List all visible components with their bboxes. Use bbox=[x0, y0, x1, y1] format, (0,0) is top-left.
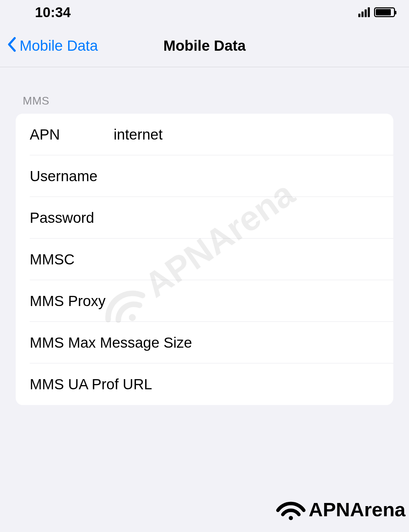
input-apn[interactable] bbox=[114, 126, 379, 143]
wifi-icon bbox=[275, 497, 307, 522]
row-apn[interactable]: APN bbox=[16, 114, 393, 155]
chevron-left-icon bbox=[7, 37, 17, 55]
input-username[interactable] bbox=[114, 168, 379, 185]
input-mms-ua-prof[interactable] bbox=[195, 376, 379, 393]
label-mms-proxy: MMS Proxy bbox=[30, 293, 195, 310]
back-label: Mobile Data bbox=[20, 37, 98, 54]
row-password[interactable]: Password bbox=[16, 197, 393, 239]
input-mms-max-size[interactable] bbox=[195, 334, 379, 351]
cellular-signal-icon bbox=[358, 7, 370, 17]
row-mms-max-size[interactable]: MMS Max Message Size bbox=[16, 322, 393, 363]
label-password: Password bbox=[30, 210, 114, 226]
battery-icon bbox=[374, 7, 395, 17]
row-mmsc[interactable]: MMSC bbox=[16, 239, 393, 280]
footer-logo: APNArena bbox=[275, 497, 406, 522]
settings-group-mms: APN Username Password MMSC MMS Proxy MMS… bbox=[16, 114, 393, 405]
section-header-mms: MMS bbox=[23, 94, 393, 107]
label-mms-max-size: MMS Max Message Size bbox=[30, 334, 195, 351]
input-password[interactable] bbox=[114, 210, 379, 226]
status-bar: 10:34 bbox=[0, 0, 409, 24]
input-mmsc[interactable] bbox=[114, 251, 379, 268]
footer-logo-text: APNArena bbox=[309, 498, 406, 521]
status-indicators bbox=[358, 7, 395, 17]
navigation-bar: Mobile Data Mobile Data bbox=[0, 24, 409, 67]
label-username: Username bbox=[30, 168, 114, 185]
row-mms-proxy[interactable]: MMS Proxy bbox=[16, 280, 393, 322]
status-time: 10:34 bbox=[35, 5, 71, 20]
label-mms-ua-prof: MMS UA Prof URL bbox=[30, 376, 195, 393]
row-mms-ua-prof[interactable]: MMS UA Prof URL bbox=[16, 363, 393, 405]
label-apn: APN bbox=[30, 126, 114, 143]
row-username[interactable]: Username bbox=[16, 155, 393, 197]
input-mms-proxy[interactable] bbox=[195, 293, 379, 310]
label-mmsc: MMSC bbox=[30, 251, 114, 268]
page-title: Mobile Data bbox=[163, 37, 246, 54]
back-button[interactable]: Mobile Data bbox=[0, 37, 98, 55]
content-area: MMS APN Username Password MMSC MMS Proxy bbox=[0, 94, 409, 405]
svg-point-1 bbox=[289, 516, 293, 520]
